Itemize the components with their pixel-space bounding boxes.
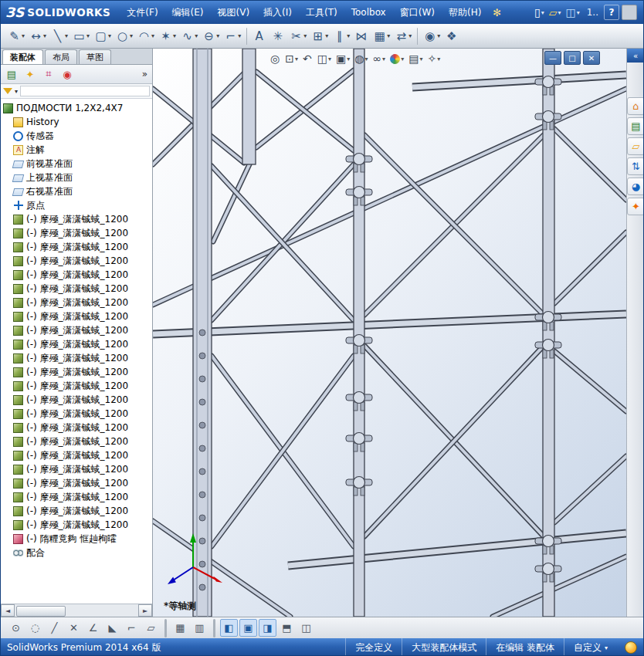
restore-doc-icon[interactable]: □ bbox=[564, 51, 581, 65]
tree-item[interactable]: 原点 bbox=[13, 198, 152, 212]
chevron-down-icon[interactable]: ▾ bbox=[15, 88, 18, 95]
tree-item[interactable]: (-) 摩殛_潇潇铖蜮_1200 bbox=[13, 476, 152, 490]
tree-item[interactable]: History bbox=[13, 115, 152, 129]
tree-item[interactable]: (-) 隋糎竟夠 恇赸栒曤 bbox=[13, 532, 152, 546]
flyout-chevron-icon[interactable]: » bbox=[142, 69, 150, 79]
tree-item[interactable]: (-) 摩殛_潇潇铖蜮_1200 bbox=[13, 518, 152, 532]
tree-item[interactable]: ПОДМОСТИ 1,2X2,4X7 bbox=[3, 101, 152, 115]
tree-item[interactable]: (-) 摩殛_潇潇铖蜮_1200 bbox=[13, 254, 152, 268]
tree-item[interactable]: 注解 bbox=[13, 143, 152, 157]
rectangle-icon[interactable]: ▭ ▾ bbox=[70, 26, 92, 46]
scroll-left-icon[interactable]: ◄ bbox=[1, 604, 15, 617]
tree-item[interactable]: (-) 摩殛_潇潇铖蜮_1200 bbox=[13, 490, 152, 504]
trim-icon[interactable]: ✂ ▾ bbox=[287, 26, 309, 46]
status-sphere-icon[interactable] bbox=[625, 641, 637, 654]
tree-item[interactable]: (-) 摩殛_潇潇铖蜮_1200 bbox=[13, 309, 152, 323]
save-icon[interactable]: ◫ ▾ bbox=[564, 4, 581, 21]
configurationmanager-tab-icon[interactable]: ⌗ bbox=[40, 66, 57, 82]
circle-icon[interactable]: ○ ▾ bbox=[114, 26, 135, 46]
panel-tab[interactable]: 布局 bbox=[45, 49, 77, 64]
reorient-icon[interactable]: ⊙ bbox=[7, 619, 25, 637]
tree-item[interactable]: (-) 摩殛_潇潇铖蜮_1200 bbox=[13, 435, 152, 448]
zoom-area-icon[interactable]: ⊡ ▾ bbox=[283, 51, 300, 66]
menu-item[interactable]: 帮助(H) bbox=[442, 1, 488, 24]
pane-full-icon[interactable]: ▣ bbox=[239, 619, 257, 637]
previous-view-icon[interactable]: ↶ bbox=[301, 51, 314, 66]
arc-icon[interactable]: ◠ ▾ bbox=[135, 26, 157, 46]
tree-item[interactable]: (-) 摩殛_潇潇铖蜮_1200 bbox=[13, 448, 152, 462]
tree-item[interactable]: (-) 摩殛_潇潇铖蜮_1200 bbox=[13, 296, 152, 309]
tree-item[interactable]: 上视基准面 bbox=[13, 171, 152, 184]
tree-item[interactable]: (-) 摩殛_潇潇铖蜮_1200 bbox=[13, 268, 152, 282]
panel-horizontal-scrollbar[interactable]: ◄ ► bbox=[1, 604, 152, 617]
mirror-entities-icon[interactable]: ⋈ bbox=[352, 26, 371, 46]
triangle-snap-icon[interactable]: ◣ bbox=[103, 619, 121, 637]
tree-item[interactable]: 右视基准面 bbox=[13, 184, 152, 198]
tree-item[interactable]: (-) 摩殛_潇潇铖蜮_1200 bbox=[13, 365, 152, 379]
tree-item[interactable]: 传感器 bbox=[13, 129, 152, 143]
open-icon[interactable]: ▱ ▾ bbox=[547, 4, 563, 21]
tree-item[interactable]: 配合 bbox=[13, 546, 152, 560]
scroll-right-icon[interactable]: ► bbox=[138, 604, 152, 617]
home-icon[interactable]: ⌂ bbox=[627, 97, 644, 115]
menu-item[interactable]: 工具(T) bbox=[299, 1, 344, 24]
filter-funnel-icon[interactable] bbox=[3, 88, 12, 94]
view-orientation-icon[interactable]: ▣ ▾ bbox=[334, 51, 351, 66]
line-icon[interactable]: ╲ ▾ bbox=[49, 26, 70, 46]
separator[interactable] bbox=[417, 28, 418, 45]
polygon-icon[interactable]: ✶ ▾ bbox=[157, 26, 178, 46]
featuremanager-tab-icon[interactable]: ▤ bbox=[3, 66, 20, 82]
scene-icon[interactable]: ▤ ▾ bbox=[407, 51, 424, 66]
tree-item[interactable]: (-) 摩殛_潇潇铖蜮_1200 bbox=[13, 351, 152, 365]
status-customize[interactable]: 自定义 ▾ bbox=[564, 638, 617, 656]
tree-item[interactable]: (-) 摩殛_潇潇铖蜮_1200 bbox=[13, 421, 152, 435]
separator[interactable] bbox=[164, 619, 167, 637]
tree-item[interactable]: (-) 摩殛_潇潇铖蜮_1200 bbox=[13, 282, 152, 296]
tree-item[interactable]: (-) 摩殛_潇潇铖蜮_1200 bbox=[13, 379, 152, 393]
filter-input[interactable] bbox=[20, 86, 150, 96]
text-icon[interactable]: A bbox=[250, 26, 269, 46]
appearances-scenes-icon[interactable]: ◕ bbox=[627, 178, 644, 195]
sketch-icon[interactable]: ✎ ▾ bbox=[5, 26, 27, 46]
slot-icon[interactable]: ▢ ▾ bbox=[92, 26, 114, 46]
scroll-thumb[interactable] bbox=[16, 606, 66, 617]
separator[interactable] bbox=[246, 28, 247, 45]
menu-item[interactable]: 插入(I) bbox=[256, 1, 299, 24]
minimize-doc-icon[interactable]: — bbox=[544, 51, 561, 65]
panel-tab[interactable]: 草图 bbox=[79, 49, 111, 64]
design-library-icon[interactable]: ▤ bbox=[627, 117, 644, 135]
hatch-icon[interactable]: ▥ bbox=[191, 619, 208, 637]
tree-item[interactable]: (-) 摩殛_潇潇铖蜮_1200 bbox=[13, 212, 152, 226]
custom-properties-icon[interactable]: ✦ bbox=[627, 198, 644, 215]
circle-snap-icon[interactable]: ◌ bbox=[26, 619, 44, 637]
tree-item[interactable]: (-) 摩殛_潇潇铖蜮_1200 bbox=[13, 226, 152, 240]
zoom-fit-icon[interactable]: ◎ bbox=[269, 51, 282, 66]
options-tile-icon[interactable] bbox=[622, 5, 637, 20]
task-pane-collapse-icon[interactable]: « bbox=[627, 49, 644, 63]
view-palette-icon[interactable]: ⇅ bbox=[627, 157, 644, 175]
point-icon[interactable]: ✳ bbox=[269, 26, 287, 46]
tree-item[interactable]: (-) 摩殛_潇潇铖蜮_1200 bbox=[13, 337, 152, 351]
display-style-icon[interactable]: ◍ ▾ bbox=[353, 51, 369, 66]
view-settings-icon[interactable]: ✧ ▾ bbox=[425, 51, 442, 66]
menu-item[interactable]: 编辑(E) bbox=[165, 1, 211, 24]
offset-entities-icon[interactable]: ∥ ▾ bbox=[330, 26, 352, 46]
tree-item[interactable]: (-) 摩殛_潇潇铖蜮_1200 bbox=[13, 240, 152, 254]
new-document-icon[interactable]: ▯ ▾ bbox=[533, 4, 546, 21]
corner-snap-icon[interactable]: ⌐ bbox=[123, 619, 141, 637]
tree-item[interactable]: (-) 摩殛_潇潇铖蜮_1200 bbox=[13, 407, 152, 421]
angle-snap-icon[interactable]: ∠ bbox=[84, 619, 102, 637]
pane-right-icon[interactable]: ◨ bbox=[259, 619, 276, 637]
tree-item[interactable]: (-) 摩殛_潇潇铖蜮_1200 bbox=[13, 504, 152, 518]
tree-item[interactable]: (-) 摩殛_潇潇铖蜮_1200 bbox=[13, 462, 152, 476]
fillet-icon[interactable]: ⌐ ▾ bbox=[222, 26, 243, 46]
plane-view-icon[interactable]: ▱ bbox=[142, 619, 160, 637]
section-view-icon[interactable]: ◫ ▾ bbox=[316, 51, 333, 66]
scaffolding-model[interactable] bbox=[153, 49, 626, 617]
close-doc-icon[interactable]: ✕ bbox=[583, 51, 600, 65]
tree-item[interactable]: (-) 摩殛_潇潇铖蜮_1200 bbox=[13, 323, 152, 337]
displaymanager-tab-icon[interactable]: ◉ bbox=[59, 66, 76, 82]
delete-icon[interactable]: ✕ bbox=[65, 619, 83, 637]
linear-pattern-icon[interactable]: ▦ ▾ bbox=[371, 26, 392, 46]
menu-item[interactable]: 视图(V) bbox=[211, 1, 257, 24]
